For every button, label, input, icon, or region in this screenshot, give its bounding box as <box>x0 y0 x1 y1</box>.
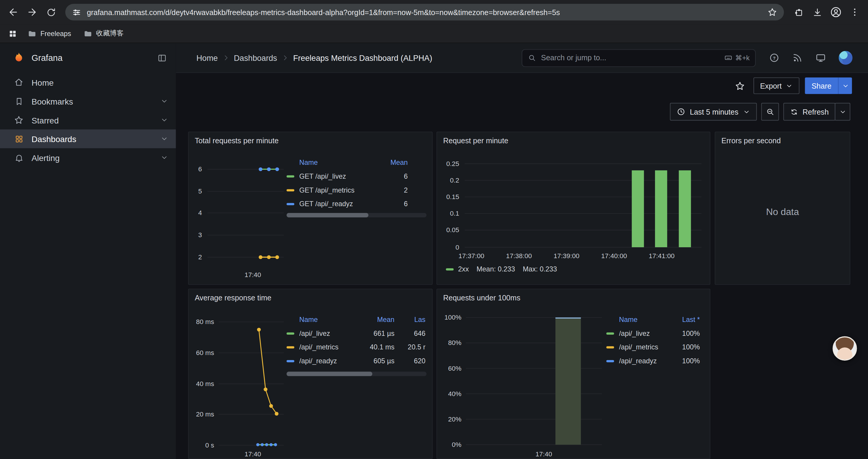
series-last: 20.5 r <box>395 343 426 351</box>
zoom-out-button[interactable] <box>761 103 779 121</box>
legend-header-mean[interactable]: Mean <box>360 316 395 323</box>
help-button[interactable]: ? <box>769 53 780 63</box>
keyboard-icon <box>724 54 733 62</box>
legend-scrollbar-thumb[interactable] <box>286 371 372 376</box>
legend-row[interactable]: GET /api/_metrics 2 <box>286 183 408 197</box>
chevron-down-icon <box>160 135 168 143</box>
legend-table: Name Mean Las /api/_livez 661 µs 646 /ap… <box>286 313 429 368</box>
sidebar-collapse-button[interactable] <box>157 53 167 63</box>
downloads-button[interactable] <box>808 3 826 21</box>
panel-average-response-time[interactable]: Average response time 80 ms 60 ms 40 ms … <box>188 289 433 459</box>
legend-row[interactable]: /api/_readyz 605 µs 620 <box>286 354 426 368</box>
grafana-topnav: Home Dashboards Freeleaps Metrics Dashbo… <box>176 43 868 73</box>
bell-icon <box>13 153 24 162</box>
search-input[interactable]: Search or jump to... ⌘+k <box>522 49 756 67</box>
refresh-interval-button[interactable] <box>835 103 850 121</box>
series-color-swatch <box>286 360 294 362</box>
legend-mean: Mean: 0.233 <box>476 266 515 273</box>
panel-total-requests-per-minute[interactable]: Total requests per minute 6 5 4 3 2 17:4… <box>188 132 433 285</box>
sidebar-item-alerting[interactable]: Alerting <box>0 148 176 167</box>
sidebar-item-starred[interactable]: Starred <box>0 111 176 130</box>
breadcrumb-current: Freeleaps Metrics Dashboard (ALPHA) <box>293 54 432 62</box>
legend-scrollbar-thumb[interactable] <box>286 213 368 218</box>
bars-2xx <box>632 170 691 247</box>
legend-row[interactable]: /api/_metrics 100% <box>606 340 700 354</box>
apps-grid-icon <box>8 29 17 38</box>
bookmark-folder-freeleaps[interactable]: Freeleaps <box>23 26 75 41</box>
legend-header-name[interactable]: Name <box>299 316 360 323</box>
panel-requests-under-100ms[interactable]: Requests under 100ms 100% 80% 60% 40% 20… <box>436 289 710 459</box>
sidebar-item-dashboards[interactable]: Dashboards <box>0 129 176 148</box>
export-button[interactable]: Export <box>753 77 799 94</box>
user-avatar[interactable] <box>839 51 852 65</box>
favorite-dashboard-button[interactable] <box>733 78 748 93</box>
rss-icon <box>792 53 803 63</box>
series-name: GET /api/_metrics <box>299 186 375 194</box>
legend-row[interactable]: /api/_metrics 40.1 ms 20.5 r <box>286 340 426 354</box>
refresh-button[interactable]: Refresh <box>783 103 836 121</box>
bookmark-label: 收藏博客 <box>96 29 124 38</box>
legend-row[interactable]: /api/_livez 661 µs 646 <box>286 326 426 340</box>
display-button[interactable] <box>815 53 826 63</box>
bar-100pct-fill <box>555 318 581 445</box>
legend-row[interactable]: /api/_readyz 100% <box>606 354 700 368</box>
breadcrumb-dashboards[interactable]: Dashboards <box>234 54 277 62</box>
series-name: /api/_livez <box>619 329 666 337</box>
assistant-avatar[interactable] <box>833 336 857 360</box>
profile-button[interactable] <box>827 3 845 21</box>
grafana-sidebar: Grafana Home Bookmarks Starred D <box>0 43 176 459</box>
legend-row[interactable]: GET /api/_livez 6 <box>286 169 408 183</box>
breadcrumb-home[interactable]: Home <box>196 54 218 62</box>
bookmark-folder-blog[interactable]: 收藏博客 <box>79 26 128 41</box>
news-button[interactable] <box>792 53 803 63</box>
clock-icon <box>677 107 685 116</box>
refresh-label: Refresh <box>803 107 829 116</box>
legend-header-name[interactable]: Name <box>299 159 375 166</box>
grafana-logo-icon <box>12 52 25 65</box>
series-name: GET /api/_readyz <box>299 200 375 208</box>
sidebar-item-home[interactable]: Home <box>0 73 176 92</box>
series-color-swatch <box>606 360 614 362</box>
reload-button[interactable] <box>42 3 60 21</box>
legend-header-name[interactable]: Name <box>619 316 666 323</box>
search-shortcut: ⌘+k <box>724 54 749 62</box>
apps-button[interactable] <box>6 26 20 41</box>
time-range-label: Last 5 minutes <box>690 107 738 116</box>
series-last: 100% <box>666 343 700 351</box>
legend-header-mean[interactable]: Mean <box>375 159 408 166</box>
legend-header: Name Last * <box>606 313 700 326</box>
panel-errors-per-second[interactable]: Errors per second No data <box>715 132 850 285</box>
time-range-picker[interactable]: Last 5 minutes <box>670 103 756 121</box>
site-info-icon <box>72 7 81 17</box>
series-name: /api/_metrics <box>299 343 360 351</box>
star-icon <box>735 80 746 91</box>
sidebar-item-label: Alerting <box>32 153 60 162</box>
series-last: 646 <box>395 329 426 337</box>
bookmarks-bar: Freeleaps 收藏博客 <box>0 24 868 43</box>
legend-row[interactable]: /api/_livez 100% <box>606 326 700 340</box>
legend-item-2xx[interactable]: 2xx <box>446 266 469 273</box>
legend-row[interactable]: GET /api/_readyz 6 <box>286 197 408 211</box>
arrow-left-icon <box>8 6 19 18</box>
browser-menu-button[interactable] <box>846 3 864 21</box>
bookmark-star-icon[interactable] <box>767 7 777 17</box>
legend-table: Name Mean GET /api/_livez 6 GET /api/_me… <box>286 156 427 210</box>
legend-header-last[interactable]: Last * <box>666 316 700 323</box>
sidebar-item-label: Home <box>32 78 54 87</box>
sidebar-item-bookmarks[interactable]: Bookmarks <box>0 92 176 111</box>
share-button[interactable]: Share <box>805 77 838 94</box>
folder-icon <box>83 29 92 38</box>
panel-request-per-minute[interactable]: Request per minute 0.25 0.2 0.15 0.1 0.0… <box>436 132 710 285</box>
series-mean: 605 µs <box>360 357 395 365</box>
back-button[interactable] <box>4 3 22 21</box>
url-bar[interactable]: grafana.mathmast.com/d/deytv4rwavabkb/fr… <box>65 4 784 21</box>
share-menu-button[interactable] <box>838 77 852 94</box>
sidebar-nav: Home Bookmarks Starred Dashboards Alerti… <box>0 73 176 167</box>
refresh-icon <box>790 107 798 116</box>
dashboard-actions: Export Share <box>176 73 868 98</box>
series-last: 100% <box>666 329 700 337</box>
series-color-swatch <box>286 203 294 205</box>
legend-header-last[interactable]: Las <box>395 316 426 323</box>
forward-button[interactable] <box>23 3 41 21</box>
extensions-button[interactable] <box>789 3 807 21</box>
